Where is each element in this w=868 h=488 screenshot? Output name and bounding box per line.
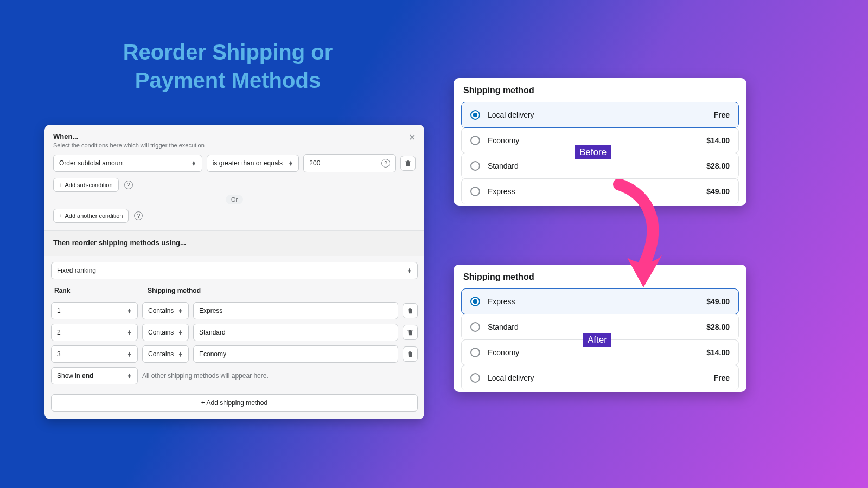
show-in-end-row: Show in end All other shipping methods w…: [44, 365, 424, 389]
help-icon[interactable]: ?: [134, 211, 143, 220]
condition-value-text: 200: [309, 159, 320, 167]
rank-select[interactable]: 1: [51, 302, 138, 319]
condition-operator-select[interactable]: is greater than or equals: [207, 155, 299, 172]
option-price: $14.00: [706, 348, 730, 357]
condition-value-input[interactable]: 200 ?: [303, 154, 396, 172]
radio-icon: [470, 161, 480, 171]
ranking-mode-select[interactable]: Fixed ranking: [51, 262, 418, 279]
method-input[interactable]: Economy: [193, 345, 398, 363]
shipping-method-before-card: Shipping method Local delivery Free Econ…: [454, 78, 746, 206]
rank-value: 2: [57, 329, 61, 336]
match-select[interactable]: Contains: [142, 302, 189, 319]
delete-row-button[interactable]: [403, 325, 418, 340]
radio-icon: [470, 187, 480, 196]
or-divider: Or: [226, 195, 243, 204]
add-shipping-label: Add shipping method: [206, 399, 267, 407]
shipping-method-heading: Shipping method: [461, 272, 739, 282]
option-name: Economy: [488, 348, 519, 357]
trash-icon: [406, 350, 414, 358]
match-select[interactable]: Contains: [142, 345, 189, 363]
shipping-method-heading: Shipping method: [461, 86, 739, 95]
shipping-option[interactable]: Local delivery Free: [461, 365, 739, 390]
match-select[interactable]: Contains: [142, 324, 189, 341]
option-name: Standard: [488, 162, 519, 170]
rank-row: 3 Contains Economy: [44, 343, 424, 365]
shipping-method-after-card: Shipping method Express $49.00 Standard …: [454, 265, 746, 392]
show-in-end-select[interactable]: Show in end: [51, 367, 138, 384]
delete-row-button[interactable]: [403, 303, 418, 318]
radio-icon: [470, 110, 480, 120]
method-value: Economy: [199, 350, 226, 358]
ranking-mode-value: Fixed ranking: [57, 267, 96, 274]
radio-icon: [470, 322, 480, 332]
close-icon[interactable]: ✕: [409, 132, 416, 143]
stepper-icon: [127, 374, 132, 378]
stepper-icon: [127, 330, 132, 335]
stepper-icon: [178, 330, 183, 335]
match-value: Contains: [148, 350, 174, 358]
option-price: $49.00: [706, 187, 730, 196]
arrow-icon: [611, 179, 676, 293]
option-name: Local delivery: [488, 374, 534, 382]
method-input[interactable]: Express: [193, 302, 398, 319]
option-price: $28.00: [706, 323, 730, 331]
rank-select[interactable]: 3: [51, 345, 138, 363]
help-icon[interactable]: ?: [124, 181, 133, 189]
shipping-option[interactable]: Local delivery Free: [461, 102, 739, 128]
method-value: Express: [199, 307, 222, 314]
delete-row-button[interactable]: [403, 346, 418, 362]
add-another-condition-button[interactable]: + Add another condition: [53, 209, 129, 223]
radio-icon: [470, 297, 480, 306]
trash-icon: [406, 307, 414, 314]
trash-icon: [404, 159, 412, 167]
stepper-icon: [178, 352, 183, 357]
option-name: Economy: [488, 136, 519, 145]
radio-icon: [470, 348, 480, 357]
stepper-icon: [178, 309, 183, 313]
show-in-end-hint: All other shipping methods will appear h…: [142, 372, 418, 380]
plus-icon: +: [201, 399, 205, 407]
add-another-label: Add another condition: [65, 213, 123, 219]
condition-operator-value: is greater than or equals: [213, 159, 283, 167]
rank-select[interactable]: 2: [51, 324, 138, 341]
after-badge: After: [583, 333, 611, 347]
option-name: Standard: [488, 323, 519, 331]
when-subtext: Select the conditions here which will tr…: [53, 142, 416, 149]
rank-row: 1 Contains Express: [44, 300, 424, 322]
plus-icon: +: [59, 182, 62, 188]
condition-field-select[interactable]: Order subtotal amount: [53, 155, 202, 172]
help-icon[interactable]: ?: [381, 159, 390, 168]
stepper-icon: [407, 268, 412, 273]
then-heading: Then reorder shipping methods using...: [53, 239, 416, 247]
plus-icon: +: [59, 213, 62, 219]
col-rank: Rank: [54, 287, 148, 294]
shipping-option[interactable]: Express $49.00: [461, 178, 739, 204]
rank-value: 3: [57, 350, 61, 358]
stepper-icon: [192, 161, 196, 166]
match-value: Contains: [148, 329, 174, 336]
rule-config-panel: ✕ When... Select the conditions here whi…: [44, 125, 424, 419]
show-in-end-label: Show in end: [57, 372, 93, 380]
option-price: $49.00: [706, 297, 730, 306]
rank-table-header: Rank Shipping method: [44, 279, 424, 300]
trash-icon: [406, 329, 414, 336]
rank-row: 2 Contains Standard: [44, 322, 424, 343]
method-input[interactable]: Standard: [193, 324, 398, 341]
radio-icon: [470, 373, 480, 383]
add-shipping-method-button[interactable]: + Add shipping method: [51, 394, 418, 412]
stepper-icon: [288, 161, 293, 166]
condition-field-value: Order subtotal amount: [59, 159, 124, 167]
delete-condition-button[interactable]: [400, 156, 416, 171]
option-price: $28.00: [706, 162, 730, 170]
option-price: $14.00: [706, 136, 730, 145]
add-sub-condition-button[interactable]: + Add sub-condition: [53, 178, 119, 192]
shipping-option[interactable]: Express $49.00: [461, 288, 739, 314]
page-title: Reorder Shipping or Payment Methods: [103, 38, 353, 94]
option-name: Express: [488, 297, 515, 306]
method-value: Standard: [199, 329, 226, 336]
add-sub-label: Add sub-condition: [65, 182, 112, 188]
before-badge: Before: [575, 145, 611, 159]
option-price: Free: [713, 111, 730, 119]
option-name: Express: [488, 187, 515, 196]
col-method: Shipping method: [148, 287, 201, 294]
